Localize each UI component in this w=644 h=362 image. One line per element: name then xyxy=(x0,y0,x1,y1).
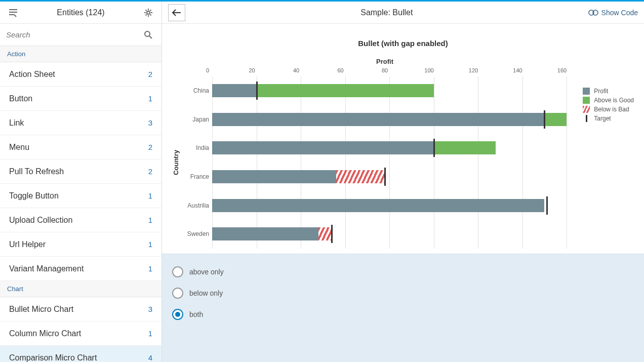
target-mark xyxy=(433,139,435,157)
y-tick: India xyxy=(184,134,209,163)
list-item[interactable]: Toggle Button1 xyxy=(0,184,162,208)
sidebar: Entities (124) ActionAction Sheet2Button… xyxy=(0,2,162,362)
list-item-count: 1 xyxy=(148,264,152,273)
x-tick: 100 xyxy=(424,67,433,73)
list-item[interactable]: Url Helper1 xyxy=(0,232,162,257)
list-item-label: Comparison Micro Chart xyxy=(9,353,97,363)
profit-bar xyxy=(212,141,434,154)
list-item-count: 3 xyxy=(148,305,152,313)
chart-legend: Profit Above is Good Below is Bad Target xyxy=(583,88,634,124)
x-axis-title: Profit xyxy=(208,58,562,65)
show-code-label: Show Code xyxy=(601,9,638,17)
svg-point-1 xyxy=(145,31,150,36)
x-tick: 60 xyxy=(337,67,343,73)
list-item[interactable]: Bullet Micro Chart3 xyxy=(0,297,162,321)
radio-circle[interactable] xyxy=(172,288,183,299)
x-tick: 80 xyxy=(382,67,388,73)
below-bar xyxy=(336,170,385,183)
search-icon[interactable] xyxy=(141,28,155,42)
y-tick: Japan xyxy=(184,105,209,134)
list-item-count: 2 xyxy=(148,143,152,151)
list-item-label: Column Micro Chart xyxy=(9,329,81,338)
x-tick: 120 xyxy=(469,67,478,73)
legend-below: Below is Bad xyxy=(594,106,629,113)
profit-bar xyxy=(212,227,318,240)
list-item-count: 4 xyxy=(148,353,152,362)
target-mark xyxy=(331,225,333,243)
x-tick: 140 xyxy=(513,67,522,73)
above-bar xyxy=(257,84,434,97)
y-tick: France xyxy=(184,163,209,191)
x-tick: 20 xyxy=(249,67,255,73)
list-item[interactable]: Comparison Micro Chart4 xyxy=(0,346,162,362)
list-item-count: 2 xyxy=(148,70,152,78)
list-item[interactable]: Action Sheet2 xyxy=(0,62,162,87)
list-item[interactable]: Upload Collection1 xyxy=(0,208,162,232)
target-mark xyxy=(256,82,258,100)
legend-above: Above is Good xyxy=(594,97,634,104)
show-code-button[interactable]: Show Code xyxy=(588,9,638,17)
list-item-count: 1 xyxy=(148,216,152,224)
y-tick: Sweden xyxy=(184,220,209,249)
list-item-count: 1 xyxy=(148,240,152,249)
list-item-label: Action Sheet xyxy=(9,70,55,79)
svg-point-0 xyxy=(147,11,150,14)
list-item-count: 3 xyxy=(148,118,152,127)
gear-icon[interactable] xyxy=(141,6,155,20)
x-tick: 160 xyxy=(557,67,567,73)
list-item-label: Upload Collection xyxy=(9,216,72,225)
list-item-label: Menu xyxy=(9,143,29,152)
profit-bar xyxy=(212,170,336,183)
y-tick: Austrilia xyxy=(184,191,209,220)
x-tick: 40 xyxy=(293,67,299,73)
list-item-count: 1 xyxy=(148,94,152,103)
profit-bar xyxy=(212,199,544,212)
y-tick: China xyxy=(184,76,209,105)
list-item[interactable]: Variant Management1 xyxy=(0,257,162,281)
group-header: Chart xyxy=(0,281,162,297)
radio-option[interactable]: above only xyxy=(172,261,634,283)
above-bar xyxy=(434,141,496,154)
radio-panel: above onlybelow onlyboth xyxy=(162,254,644,362)
entity-list[interactable]: ActionAction Sheet2Button1Link3Menu2Pull… xyxy=(0,46,162,362)
legend-profit: Profit xyxy=(594,88,608,95)
list-item-label: Url Helper xyxy=(9,240,46,249)
search-input[interactable] xyxy=(6,30,141,39)
list-item-count: 2 xyxy=(148,167,152,176)
list-item-label: Bullet Micro Chart xyxy=(9,305,73,314)
radio-option[interactable]: below only xyxy=(172,283,634,304)
list-item-label: Pull To Refresh xyxy=(9,167,64,176)
list-item[interactable]: Pull To Refresh2 xyxy=(0,159,162,184)
list-item-count: 1 xyxy=(148,191,152,200)
above-bar xyxy=(544,113,567,126)
list-item-label: Toggle Button xyxy=(9,191,59,200)
sidebar-title: Entities (124) xyxy=(20,8,141,17)
legend-target: Target xyxy=(594,115,611,122)
list-item[interactable]: Column Micro Chart1 xyxy=(0,321,162,346)
chart-plot xyxy=(212,76,567,249)
list-item-label: Button xyxy=(9,94,32,103)
chart-title: Bullet (with gap enabled) xyxy=(172,39,634,48)
radio-circle[interactable] xyxy=(172,266,183,277)
list-item[interactable]: Button1 xyxy=(0,87,162,111)
list-item[interactable]: Menu2 xyxy=(0,135,162,159)
back-button[interactable] xyxy=(168,4,185,21)
target-mark xyxy=(384,168,386,186)
below-bar xyxy=(318,227,332,240)
list-item-label: Link xyxy=(9,118,24,128)
group-header: Action xyxy=(0,46,162,62)
radio-label: below only xyxy=(189,289,223,297)
list-item-label: Variant Management xyxy=(9,264,84,273)
y-axis-title: Country xyxy=(172,150,180,175)
target-mark xyxy=(544,110,545,129)
chart-area: Bullet (with gap enabled) Profit 0204060… xyxy=(162,24,644,254)
profit-bar xyxy=(212,84,257,97)
menu-icon[interactable] xyxy=(6,6,20,20)
radio-label: above only xyxy=(189,268,224,276)
profit-bar xyxy=(212,113,544,126)
list-item[interactable]: Link3 xyxy=(0,111,162,135)
radio-circle[interactable] xyxy=(172,309,183,320)
main-panel: Sample: Bullet Show Code Bullet (with ga… xyxy=(162,2,644,362)
radio-label: both xyxy=(189,310,203,318)
radio-option[interactable]: both xyxy=(172,304,634,325)
